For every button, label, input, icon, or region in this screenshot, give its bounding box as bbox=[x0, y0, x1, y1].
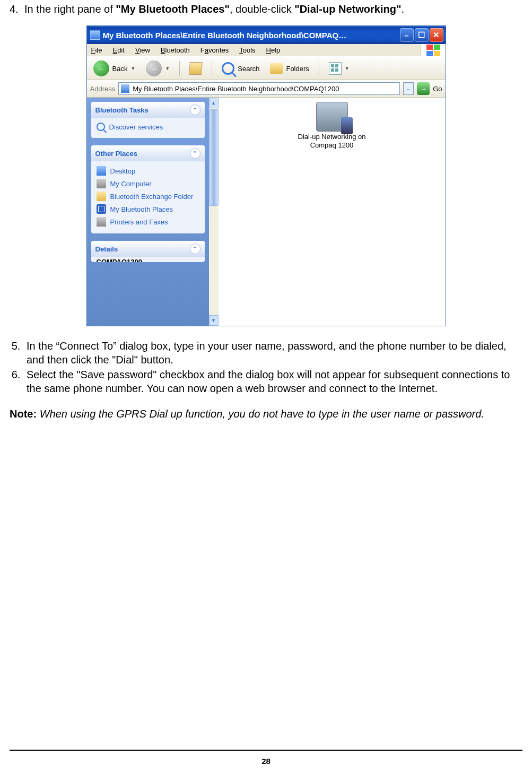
views-button[interactable]: ▼ bbox=[326, 61, 353, 76]
go-label: Go bbox=[433, 85, 442, 93]
chevron-down-icon[interactable]: ▼ bbox=[165, 66, 170, 71]
details-panel: Details ⌃ COMPAQ1200 bbox=[91, 241, 205, 262]
menu-file[interactable]: File bbox=[91, 46, 102, 54]
search-button[interactable]: Search bbox=[219, 61, 263, 76]
toolbar-separator bbox=[319, 61, 319, 76]
explorer-window: My Bluetooth Places\Entire Bluetooth Nei… bbox=[86, 25, 446, 326]
bt-exchange-folder-link[interactable]: Bluetooth Exchange Folder bbox=[97, 190, 199, 203]
menu-favorites[interactable]: Favorites bbox=[200, 46, 229, 54]
instruction-list: In the “Connect To” dialog box, type in … bbox=[14, 339, 522, 395]
address-input[interactable]: My Bluetooth Places\Entire Bluetooth Nei… bbox=[118, 82, 400, 95]
collapse-icon[interactable]: ⌃ bbox=[190, 105, 200, 115]
search-icon bbox=[222, 62, 234, 75]
tasks-sidebar: Bluetooth Tasks ⌃ Discover services bbox=[87, 98, 209, 326]
note-paragraph: Note: When using the GPRS Dial up functi… bbox=[10, 407, 522, 421]
search-icon bbox=[97, 123, 105, 131]
step-5-text: In the “Connect To” dialog box, type in … bbox=[23, 339, 522, 367]
address-value: My Bluetooth Places\Entire Bluetooth Nei… bbox=[133, 85, 339, 93]
menu-tools[interactable]: Tools bbox=[239, 46, 255, 54]
desktop-icon bbox=[97, 166, 106, 176]
my-computer-link[interactable]: My Computer bbox=[97, 177, 199, 190]
discover-services-link[interactable]: Discover services bbox=[97, 121, 199, 133]
scroll-up-icon[interactable]: ▲ bbox=[209, 98, 219, 108]
back-icon: ← bbox=[93, 60, 109, 76]
go-button[interactable]: → bbox=[417, 82, 430, 95]
toolbar-separator bbox=[179, 61, 180, 76]
dialup-networking-item[interactable]: Dial-up Networking on Compaq 1200 bbox=[284, 102, 380, 149]
up-button[interactable] bbox=[186, 61, 205, 76]
navigation-toolbar: ← Back ▼ → ▼ Search bbox=[87, 57, 446, 80]
chevron-down-icon[interactable]: ▼ bbox=[345, 66, 350, 71]
window-icon bbox=[90, 30, 100, 40]
back-button[interactable]: ← Back ▼ bbox=[90, 59, 139, 77]
other-places-panel: Other Places ⌃ Desktop My Computer bbox=[91, 145, 205, 233]
step-6-text: Select the "Save password" checkbox and … bbox=[23, 368, 522, 395]
search-label: Search bbox=[238, 65, 259, 73]
collapse-icon[interactable]: ⌃ bbox=[190, 244, 200, 254]
menu-edit[interactable]: Edit bbox=[112, 46, 124, 54]
footer-rule bbox=[10, 750, 522, 751]
other-places-header[interactable]: Other Places ⌃ bbox=[91, 145, 205, 161]
views-icon bbox=[329, 62, 342, 75]
windows-flag-icon bbox=[421, 44, 446, 56]
address-dropdown[interactable]: ⌄ bbox=[403, 82, 414, 95]
folder-up-icon bbox=[189, 62, 203, 75]
bluetooth-tasks-panel: Bluetooth Tasks ⌃ Discover services bbox=[91, 102, 205, 138]
page-number: 28 bbox=[0, 757, 532, 766]
details-device-name: COMPAQ1200 bbox=[97, 258, 142, 262]
address-label: Address bbox=[90, 85, 116, 93]
folder-icon bbox=[97, 192, 106, 201]
dialup-service-icon bbox=[316, 102, 348, 132]
forward-icon: → bbox=[146, 60, 162, 76]
toolbar-separator bbox=[212, 61, 212, 76]
collapse-icon[interactable]: ⌃ bbox=[190, 148, 200, 159]
menu-bar: File Edit View Bluetooth Favorites Tools… bbox=[87, 44, 446, 57]
bluetooth-tasks-header[interactable]: Bluetooth Tasks ⌃ bbox=[91, 102, 205, 118]
address-bar: Address My Bluetooth Places\Entire Bluet… bbox=[87, 80, 446, 98]
title-bar[interactable]: My Bluetooth Places\Entire Bluetooth Nei… bbox=[87, 26, 446, 44]
step-4-text: 4.In the right pane of "My Bluetooth Pla… bbox=[10, 2, 522, 16]
desktop-link[interactable]: Desktop bbox=[97, 164, 199, 177]
location-icon bbox=[121, 84, 129, 93]
window-body: Bluetooth Tasks ⌃ Discover services bbox=[87, 98, 446, 326]
bluetooth-icon bbox=[97, 204, 106, 214]
scroll-thumb[interactable] bbox=[209, 109, 219, 206]
menu-help[interactable]: Help bbox=[266, 46, 281, 54]
printer-icon bbox=[97, 217, 106, 227]
minimize-button[interactable]: – bbox=[400, 28, 414, 42]
chevron-down-icon[interactable]: ▼ bbox=[130, 66, 135, 71]
details-header[interactable]: Details ⌃ bbox=[91, 241, 205, 257]
content-pane[interactable]: Dial-up Networking on Compaq 1200 bbox=[219, 98, 446, 326]
sidebar-scrollbar[interactable]: ▲ ▼ bbox=[209, 98, 219, 326]
window-title: My Bluetooth Places\Entire Bluetooth Nei… bbox=[103, 31, 399, 40]
scroll-down-icon[interactable]: ▼ bbox=[209, 315, 219, 326]
menu-bluetooth[interactable]: Bluetooth bbox=[161, 46, 190, 54]
service-label: Dial-up Networking on Compaq 1200 bbox=[284, 133, 380, 149]
menu-view[interactable]: View bbox=[135, 46, 150, 54]
computer-icon bbox=[97, 179, 106, 188]
maximize-button[interactable]: ☐ bbox=[415, 28, 429, 42]
folders-label: Folders bbox=[286, 65, 309, 73]
folders-button[interactable]: Folders bbox=[267, 62, 312, 75]
back-label: Back bbox=[112, 65, 128, 73]
my-bluetooth-places-link[interactable]: My Bluetooth Places bbox=[97, 203, 199, 215]
close-button[interactable]: ✕ bbox=[430, 28, 443, 42]
forward-button[interactable]: → ▼ bbox=[143, 59, 173, 77]
printers-faxes-link[interactable]: Printers and Faxes bbox=[97, 215, 199, 228]
folders-icon bbox=[270, 63, 283, 74]
